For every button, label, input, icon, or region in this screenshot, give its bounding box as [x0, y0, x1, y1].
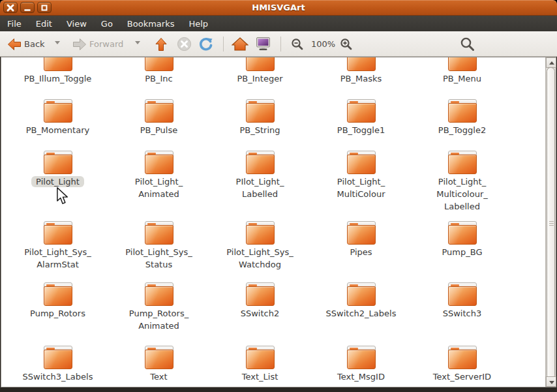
folder-icon — [145, 99, 173, 123]
folder-body — [44, 57, 72, 71]
folder-label-text: Text_ServerID — [433, 372, 491, 382]
home-button[interactable] — [230, 35, 250, 53]
menu-file[interactable]: File — [3, 17, 26, 31]
computer-button[interactable] — [253, 35, 273, 53]
folder-label: Pilot_Light_ MultiColour — [337, 175, 385, 200]
folder-label: PB_Menu — [443, 72, 481, 85]
folder-item[interactable]: PB_Illum_Toggle — [7, 57, 108, 85]
folder-icon — [347, 282, 376, 306]
zoom-level-label: 100% — [311, 39, 335, 49]
folder-body — [246, 350, 275, 369]
folder-label: PB_Illum_Toggle — [24, 72, 92, 85]
folder-body — [145, 155, 173, 174]
folder-label: SSwitch2_Labels — [326, 307, 397, 320]
folder-item[interactable]: SSwitch2_Labels — [310, 282, 412, 332]
folder-body — [44, 103, 72, 123]
folder-label: SSwitch3_Labels — [23, 370, 93, 383]
icon-row: SSwitch3_LabelsTextText_ListText_MsgIDTe… — [7, 346, 513, 383]
folder-item[interactable]: PB_Pulse — [108, 99, 209, 136]
folder-label-text: PB_Toggle1 — [337, 125, 385, 135]
home-icon — [232, 37, 248, 52]
folder-label: Pump_BG — [442, 246, 482, 258]
folder-item[interactable]: SSwitch2 — [209, 282, 310, 332]
toolbar-separator — [280, 37, 281, 52]
folder-body — [145, 350, 173, 369]
folder-icon — [347, 346, 376, 369]
folder-item[interactable]: PB_Toggle1 — [310, 99, 412, 136]
folder-body — [44, 350, 72, 369]
back-dropdown-arrow[interactable] — [55, 41, 60, 44]
folder-body — [448, 155, 477, 174]
folder-item[interactable]: PB_Momentary — [7, 99, 108, 136]
zoom-in-button[interactable] — [338, 35, 355, 53]
folder-label-text: PB_Menu — [443, 74, 481, 83]
menu-view[interactable]: View — [62, 17, 91, 31]
search-button[interactable] — [458, 35, 477, 53]
folder-body — [44, 225, 72, 245]
folder-item[interactable]: Pilot_Light_Sys_ Status — [108, 221, 209, 271]
zoom-out-button[interactable] — [289, 35, 306, 53]
menu-go[interactable]: Go — [97, 17, 117, 31]
folder-icon — [44, 221, 72, 245]
folder-item[interactable]: SSwitch3 — [412, 282, 513, 332]
forward-dropdown-arrow[interactable] — [135, 41, 140, 44]
toolbar: Back Forward — [0, 31, 557, 57]
folder-item[interactable]: Text_ServerID — [412, 346, 513, 383]
folder-item[interactable]: Pilot_Light_ Multicolour_ Labelled — [412, 151, 513, 213]
folder-label-text: PB_Momentary — [26, 125, 89, 135]
folder-label-text: SSwitch3_Labels — [23, 372, 93, 382]
menu-edit[interactable]: Edit — [31, 17, 57, 31]
refresh-button[interactable] — [196, 35, 215, 53]
folder-item[interactable]: Pilot_Light_ Animated — [108, 151, 209, 213]
back-arrow-icon — [7, 38, 22, 51]
folder-item[interactable]: SSwitch3_Labels — [7, 346, 108, 383]
folder-item[interactable]: Pump_BG — [412, 221, 513, 271]
folder-item[interactable]: Pump_Rotors_ Animated — [108, 282, 209, 332]
folder-item[interactable]: Pilot_Light_ MultiColour — [310, 151, 412, 213]
forward-button[interactable]: Forward — [70, 35, 125, 53]
menu-help[interactable]: Help — [184, 17, 213, 31]
folder-label-text: Pilot_Light_ Multicolour_ Labelled — [436, 177, 488, 211]
icon-row: Pilot_LightPilot_Light_ AnimatedPIlot_Li… — [7, 151, 513, 213]
folder-label-text: SSwitch2_Labels — [326, 309, 397, 318]
folder-item[interactable]: PIlot_Light_ Labelled — [209, 151, 310, 213]
folder-body — [347, 286, 376, 306]
folder-icon — [246, 99, 275, 123]
folder-item[interactable]: Pipes — [310, 221, 412, 271]
folder-item[interactable]: Pilot_Light_Sys_ Watchdog — [209, 221, 310, 271]
folder-label-text: Pilot_Light_Sys_ Watchdog — [226, 247, 294, 269]
folder-body — [448, 350, 477, 369]
folder-item[interactable]: PB_Menu — [412, 57, 513, 85]
folder-item[interactable]: Text — [108, 346, 209, 383]
folder-icon — [448, 346, 477, 369]
scroll-up-button[interactable] — [546, 57, 556, 68]
folder-label: Text — [150, 370, 167, 383]
folder-label-text: PB_Masks — [340, 74, 382, 83]
folder-item[interactable]: Text_List — [209, 346, 310, 383]
menu-bookmarks[interactable]: Bookmarks — [123, 17, 179, 31]
folder-label-text: Pilot_Light — [31, 176, 84, 187]
folder-label-text: Pilot_Light_Sys_ Status — [125, 247, 192, 269]
folder-item[interactable]: PB_Toggle2 — [412, 99, 513, 136]
folder-item[interactable]: Pilot_Light_Sys_ AlarmStat — [7, 221, 108, 271]
folder-item[interactable]: PB_Masks — [310, 57, 412, 85]
folder-label: PB_Inc — [145, 72, 172, 85]
folder-item[interactable]: PB_String — [209, 99, 310, 136]
folder-item[interactable]: Pump_Rotors — [7, 282, 108, 332]
forward-arrow-icon — [72, 38, 87, 51]
scrollbar-thumb[interactable] — [547, 67, 555, 380]
stop-button[interactable] — [175, 35, 194, 53]
folder-body — [347, 155, 376, 174]
folder-body — [246, 225, 275, 245]
up-arrow-icon — [155, 37, 168, 52]
scroll-down-button[interactable] — [546, 376, 556, 387]
folder-item[interactable]: PB_Integer — [209, 57, 310, 85]
folder-icon — [145, 282, 173, 306]
back-button[interactable]: Back — [5, 35, 47, 53]
folder-label: SSwitch3 — [443, 307, 482, 320]
folder-item[interactable]: Text_MsgID — [310, 346, 412, 383]
menubar: File Edit View Go Bookmarks Help — [0, 16, 557, 31]
folder-item[interactable]: PB_Inc — [108, 57, 209, 85]
up-button[interactable] — [153, 35, 170, 53]
folder-body — [246, 286, 275, 306]
